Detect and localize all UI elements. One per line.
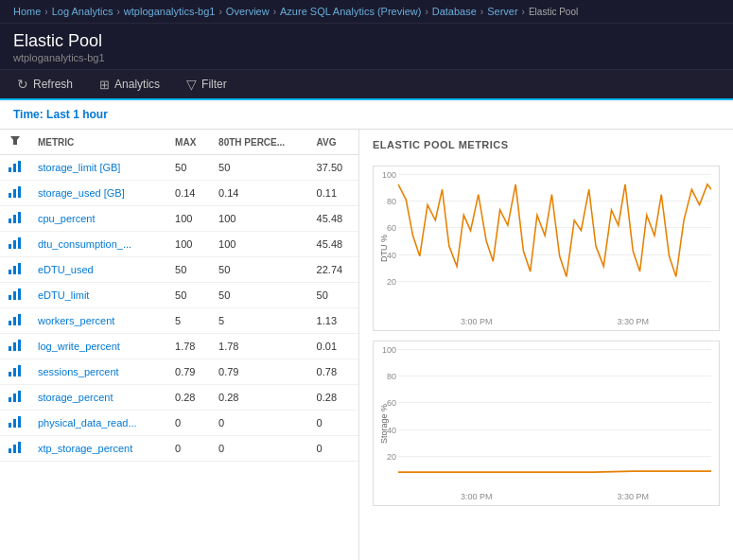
svg-rect-2 — [13, 164, 16, 172]
table-row[interactable]: storage_percent0.280.280.28 — [0, 385, 358, 411]
row-max: 100 — [167, 206, 211, 232]
refresh-icon: ↻ — [17, 77, 28, 92]
row-p80: 0.28 — [211, 385, 309, 411]
row-icon — [0, 436, 30, 462]
refresh-button[interactable]: ↻ Refresh — [13, 75, 77, 94]
row-p80: 50 — [211, 283, 309, 308]
svg-rect-3 — [18, 161, 21, 172]
table-row[interactable]: physical_data_read...000 — [0, 411, 358, 436]
page-subtitle: wtploganalytics-bg1 — [13, 52, 720, 63]
storage-x-labels: 3:00 PM 3:30 PM — [398, 492, 711, 501]
row-avg: 22.74 — [309, 257, 358, 283]
breadcrumb-workspace[interactable]: wtploganalytics-bg1 — [124, 6, 216, 17]
breadcrumb-current: Elastic Pool — [529, 7, 578, 17]
row-metric: workers_percent — [30, 308, 167, 334]
svg-rect-4 — [9, 193, 11, 198]
analytics-button[interactable]: ⊞ Analytics — [96, 76, 164, 94]
row-p80: 0 — [211, 436, 309, 462]
row-p80: 50 — [211, 155, 309, 181]
svg-rect-9 — [18, 212, 21, 223]
row-avg: 0 — [309, 436, 358, 462]
col-p80-header: 80TH PERCE... — [211, 130, 309, 155]
row-max: 0.14 — [167, 181, 211, 206]
dtu-y-label: DTU % — [374, 166, 394, 330]
row-max: 0 — [167, 436, 211, 462]
row-metric: log_write_percent — [30, 334, 167, 359]
row-max: 0.79 — [167, 359, 211, 385]
svg-rect-29 — [13, 394, 16, 402]
row-p80: 100 — [211, 206, 309, 232]
dtu-line-chart — [398, 174, 711, 307]
svg-rect-31 — [9, 423, 11, 428]
row-max: 1.78 — [167, 334, 211, 359]
row-icon — [0, 359, 30, 385]
row-metric: dtu_consumption_... — [30, 232, 167, 257]
analytics-icon: ⊞ — [99, 78, 110, 92]
row-max: 0 — [167, 411, 211, 436]
row-p80: 0.79 — [211, 359, 309, 385]
row-icon — [0, 155, 30, 181]
filter-icon: ▽ — [186, 77, 197, 92]
table-row[interactable]: xtp_storage_percent000 — [0, 436, 358, 462]
row-avg: 45.48 — [309, 206, 358, 232]
table-row[interactable]: sessions_percent0.790.790.78 — [0, 359, 358, 385]
table-row[interactable]: workers_percent551.13 — [0, 308, 358, 334]
dtu-chart: DTU % 100 80 60 40 20 — [373, 166, 720, 331]
main-content: METRIC MAX 80TH PERCE... AVG storage_lim… — [0, 130, 733, 560]
row-p80: 0 — [211, 411, 309, 436]
row-icon — [0, 385, 30, 411]
svg-rect-23 — [13, 342, 16, 351]
svg-rect-12 — [18, 237, 21, 249]
row-icon — [0, 257, 30, 283]
metrics-table: METRIC MAX 80TH PERCE... AVG storage_lim… — [0, 130, 358, 462]
row-avg: 0.01 — [309, 334, 358, 359]
svg-rect-30 — [18, 391, 21, 402]
table-row[interactable]: storage_limit [GB]505037.50 — [0, 155, 358, 181]
row-metric: eDTU_used — [30, 257, 167, 283]
right-panel: ELASTIC POOL METRICS DTU % 100 80 60 40 … — [359, 130, 733, 560]
table-row[interactable]: eDTU_limit505050 — [0, 283, 358, 308]
row-avg: 0.28 — [309, 385, 358, 411]
breadcrumb-overview[interactable]: Overview — [226, 6, 270, 17]
table-row[interactable]: storage_used [GB]0.140.140.11 — [0, 181, 358, 206]
storage-y-label: Storage % — [374, 341, 394, 505]
row-icon — [0, 181, 30, 206]
row-avg: 1.13 — [309, 308, 358, 334]
breadcrumb-home[interactable]: Home — [13, 6, 41, 17]
filter-button[interactable]: ▽ Filter — [183, 75, 231, 94]
row-p80: 1.78 — [211, 334, 309, 359]
chart-section-title: ELASTIC POOL METRICS — [373, 139, 720, 150]
table-row[interactable]: dtu_consumption_...10010045.48 — [0, 232, 358, 257]
svg-rect-32 — [13, 419, 16, 428]
breadcrumb-sql-analytics[interactable]: Azure SQL Analytics (Preview) — [280, 6, 421, 17]
svg-rect-22 — [9, 346, 11, 351]
svg-rect-24 — [18, 340, 21, 351]
breadcrumb-database[interactable]: Database — [432, 6, 477, 17]
row-max: 0.28 — [167, 385, 211, 411]
col-max-header: MAX — [167, 130, 211, 155]
row-avg: 45.48 — [309, 232, 358, 257]
row-avg: 37.50 — [309, 155, 358, 181]
svg-rect-1 — [9, 167, 11, 172]
filter-label: Filter — [201, 78, 227, 91]
svg-rect-10 — [9, 244, 11, 249]
row-icon — [0, 308, 30, 334]
row-p80: 0.14 — [211, 181, 309, 206]
row-icon — [0, 334, 30, 359]
svg-rect-7 — [9, 219, 11, 223]
table-row[interactable]: log_write_percent1.781.780.01 — [0, 334, 358, 359]
row-metric: storage_used [GB] — [30, 181, 167, 206]
table-row[interactable]: eDTU_used505022.74 — [0, 257, 358, 283]
table-row[interactable]: cpu_percent10010045.48 — [0, 206, 358, 232]
breadcrumb-log-analytics[interactable]: Log Analytics — [52, 6, 113, 17]
breadcrumb-server[interactable]: Server — [487, 6, 517, 17]
col-metric-header: METRIC — [30, 130, 167, 155]
svg-marker-0 — [10, 136, 20, 145]
row-max: 100 — [167, 232, 211, 257]
row-p80: 50 — [211, 257, 309, 283]
svg-rect-21 — [18, 314, 21, 325]
svg-rect-33 — [18, 416, 21, 428]
storage-chart-area: 100 80 60 40 20 3:00 PM 3:30 PM — [394, 341, 719, 505]
svg-rect-28 — [9, 397, 11, 402]
row-max: 50 — [167, 155, 211, 181]
